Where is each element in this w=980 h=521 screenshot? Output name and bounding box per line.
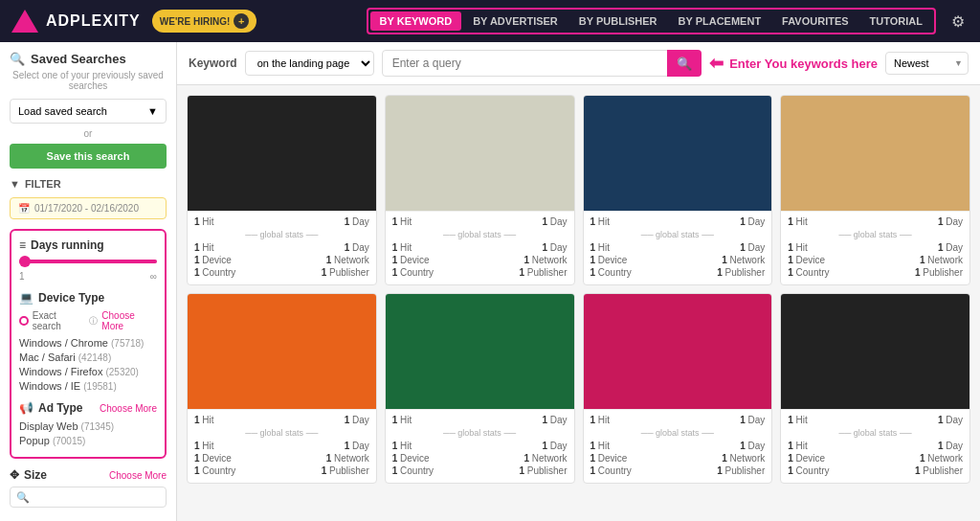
nav-link-favourites[interactable]: FAVOURITES (772, 11, 858, 31)
ad-thumbnail (188, 294, 376, 409)
hiring-circle-icon: + (234, 13, 249, 29)
load-saved-search-button[interactable]: Load saved search ▼ (10, 99, 167, 124)
ad-stats: 1 Hit 1 Day ── global stats ── 1 Hit 1 D… (386, 409, 574, 483)
slider-thumb[interactable] (19, 256, 31, 267)
ad-grid: 1 Hit 1 Day ── global stats ── 1 Hit 1 D… (177, 85, 980, 521)
ad-card[interactable]: 1 Hit 1 Day ── global stats ── 1 Hit 1 D… (780, 293, 970, 484)
stats-row-country-publisher: 1 Country 1 Publisher (788, 465, 963, 476)
device-choose-more[interactable]: Choose More (101, 310, 157, 331)
stats-row-country-publisher: 1 Country 1 Publisher (590, 465, 766, 476)
ad-type-item[interactable]: Display Web (71345) (19, 420, 157, 432)
stats-row-device-network: 1 Device 1 Network (392, 255, 568, 265)
stats-row-country-publisher: 1 Country 1 Publisher (788, 267, 963, 278)
days-running-slider[interactable] (19, 260, 157, 263)
stats-divider: ── global stats ── (788, 230, 963, 239)
stats-row-device-network: 1 Device 1 Network (194, 453, 369, 464)
stats-row-hit-day: 1 Hit 1 Day (590, 216, 766, 227)
main-layout: 🔍 Saved Searches Select one of your prev… (0, 42, 980, 521)
save-search-button[interactable]: Save this search (10, 144, 167, 169)
stats-row-hit-day: 1 Hit 1 Day (194, 216, 369, 227)
sort-dropdown-wrap: Newest Oldest Most Traffic (885, 52, 969, 75)
stats-row-device-network: 1 Device 1 Network (590, 255, 766, 265)
device-types-list: Windows / Chrome (75718)Mac / Safari (42… (19, 337, 157, 392)
saved-searches-subtitle: Select one of your previously saved sear… (10, 70, 167, 91)
device-type-item[interactable]: Mac / Safari (42148) (19, 351, 157, 363)
device-type-title: 💻 Device Type (19, 291, 104, 305)
logo-area: ADPLEXITY (11, 10, 141, 33)
or-text: or (10, 128, 167, 139)
stats-row-country-publisher: 1 Country 1 Publisher (392, 267, 568, 278)
sidebar: 🔍 Saved Searches Select one of your prev… (0, 42, 177, 521)
stats-row-hit-day: 1 Hit 1 Day (194, 415, 369, 425)
content-area: Keyword on the landing page in the ad te… (177, 42, 980, 521)
size-header: ✥ Size Choose More (10, 468, 167, 482)
ad-type-item[interactable]: Popup (70015) (19, 435, 157, 446)
stats-row-hit2-day: 1 Hit 1 Day (788, 441, 963, 451)
search-input[interactable] (382, 50, 702, 77)
size-choose-more[interactable]: Choose More (109, 470, 167, 481)
ad-image-placeholder (584, 294, 772, 409)
ad-stats: 1 Hit 1 Day ── global stats ── 1 Hit 1 D… (188, 409, 376, 483)
saved-searches-title: 🔍 Saved Searches (10, 52, 167, 66)
stats-divider: ── global stats ── (788, 428, 963, 438)
sort-dropdown[interactable]: Newest Oldest Most Traffic (885, 52, 969, 75)
stats-row-device-network: 1 Device 1 Network (194, 255, 369, 265)
resize-icon: ✥ (10, 468, 19, 482)
ad-thumbnail (386, 294, 574, 409)
ad-thumbnail (584, 96, 772, 211)
ad-image-placeholder (188, 294, 376, 409)
hiring-label: WE'RE HIRING! (160, 16, 231, 27)
ad-card[interactable]: 1 Hit 1 Day ── global stats ── 1 Hit 1 D… (583, 293, 773, 484)
search-bar: Keyword on the landing page in the ad te… (177, 42, 980, 85)
arrow-left-icon: ⬅ (709, 53, 724, 74)
stats-row-country-publisher: 1 Country 1 Publisher (194, 267, 369, 278)
hiring-badge[interactable]: WE'RE HIRING! + (152, 10, 257, 33)
ad-types-list: Display Web (71345)Popup (70015) (19, 420, 157, 446)
stats-row-hit2-day: 1 Hit 1 Day (392, 242, 568, 253)
ad-choose-more[interactable]: Choose More (100, 403, 157, 414)
device-type-item[interactable]: Windows / Chrome (75718) (19, 337, 157, 349)
nav-link-by-advertiser[interactable]: BY ADVERTISER (463, 11, 568, 31)
ad-card[interactable]: 1 Hit 1 Day ── global stats ── 1 Hit 1 D… (187, 293, 377, 484)
exact-search-row: Exact search ⓘ Choose More (19, 310, 157, 331)
device-type-item[interactable]: Windows / IE (19581) (19, 380, 157, 392)
calendar-icon: 📅 (18, 203, 30, 214)
ad-card[interactable]: 1 Hit 1 Day ── global stats ── 1 Hit 1 D… (780, 95, 970, 285)
date-range[interactable]: 📅 01/17/2020 - 02/16/2020 (10, 197, 167, 219)
filter-title: ▼ FILTER (10, 178, 167, 190)
ad-card[interactable]: 1 Hit 1 Day ── global stats ── 1 Hit 1 D… (385, 293, 575, 484)
ad-image-placeholder (781, 294, 969, 409)
nav-link-by-publisher[interactable]: BY PUBLISHER (569, 11, 667, 31)
ad-image-placeholder (386, 96, 574, 211)
size-search-input[interactable] (10, 487, 167, 508)
ad-card[interactable]: 1 Hit 1 Day ── global stats ── 1 Hit 1 D… (385, 95, 575, 285)
nav-link-by-placement[interactable]: BY PLACEMENT (669, 11, 771, 31)
settings-icon[interactable]: ⚙ (947, 9, 969, 34)
ad-card[interactable]: 1 Hit 1 Day ── global stats ── 1 Hit 1 D… (187, 95, 377, 285)
ad-thumbnail (781, 294, 969, 409)
search-button[interactable]: 🔍 (667, 50, 702, 77)
stats-row-device-network: 1 Device 1 Network (590, 453, 766, 464)
device-icon: 💻 (19, 291, 33, 305)
exact-search-radio[interactable] (19, 316, 29, 326)
info-icon: ⓘ (89, 315, 98, 328)
stats-row-country-publisher: 1 Country 1 Publisher (590, 267, 766, 278)
stats-divider: ── global stats ── (194, 230, 369, 239)
ad-icon: 📢 (19, 401, 33, 415)
stats-row-hit-day: 1 Hit 1 Day (788, 415, 963, 425)
filter-icon: ▼ (10, 178, 20, 190)
ad-thumbnail (584, 294, 772, 409)
logo-icon (11, 10, 38, 33)
keyword-dropdown[interactable]: on the landing page in the ad text in th… (245, 51, 374, 76)
logo-text: ADPLEXITY (46, 12, 141, 30)
stats-row-country-publisher: 1 Country 1 Publisher (194, 465, 369, 476)
device-type-item[interactable]: Windows / Firefox (25320) (19, 366, 157, 377)
ad-thumbnail (386, 96, 574, 211)
nav-link-by-keyword[interactable]: BY KEYWORD (370, 11, 462, 31)
nav-link-tutorial[interactable]: TUTORIAL (860, 11, 932, 31)
sort-wrap: Newest Oldest Most Traffic (885, 52, 969, 75)
stats-row-device-network: 1 Device 1 Network (788, 255, 963, 265)
stats-row-device-network: 1 Device 1 Network (788, 453, 963, 464)
ad-card[interactable]: 1 Hit 1 Day ── global stats ── 1 Hit 1 D… (583, 95, 773, 285)
stats-row-device-network: 1 Device 1 Network (392, 453, 568, 464)
